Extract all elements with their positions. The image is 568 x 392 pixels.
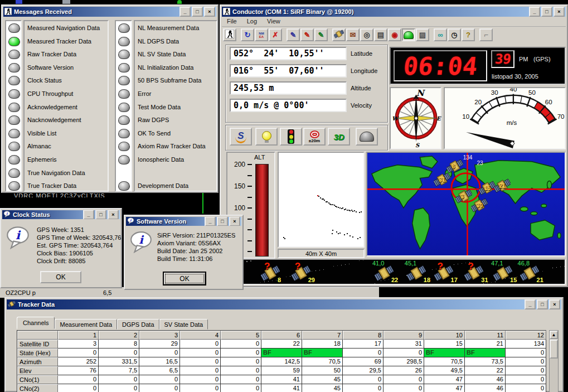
maximize-button[interactable]: □ bbox=[541, 7, 552, 17]
message-lamp-icon[interactable] bbox=[118, 181, 130, 191]
message-lamp-icon[interactable] bbox=[8, 63, 20, 72]
message-lamp-icon[interactable] bbox=[118, 63, 130, 72]
edit-settings-icon[interactable]: ✎ bbox=[287, 28, 300, 41]
menu-item-log[interactable]: Log bbox=[242, 17, 262, 26]
maximize-button[interactable]: □ bbox=[537, 299, 548, 309]
traffic-light-icon[interactable] bbox=[280, 128, 302, 146]
message-lamp-icon[interactable] bbox=[8, 181, 20, 191]
dome-icon[interactable] bbox=[356, 128, 378, 146]
message-lamp-icon[interactable] bbox=[118, 50, 130, 59]
minimize-button[interactable]: _ bbox=[525, 299, 536, 309]
ok-button[interactable]: OK bbox=[163, 272, 206, 285]
bulb-icon[interactable] bbox=[255, 128, 278, 146]
close-button[interactable]: × bbox=[554, 7, 565, 17]
software-version-titlebar[interactable]: i Software Version _□× bbox=[126, 217, 241, 226]
accuracy-icon[interactable]: ±20m bbox=[303, 128, 326, 146]
message-lamp-icon[interactable] bbox=[118, 37, 130, 46]
scatter-point bbox=[338, 207, 339, 208]
message-lamp-icon[interactable] bbox=[8, 155, 20, 164]
tab-measurement-data[interactable]: Measurement Data bbox=[55, 319, 117, 330]
message-lamp-icon[interactable] bbox=[8, 89, 20, 99]
close-button[interactable]: × bbox=[108, 210, 119, 219]
conductor-icon[interactable] bbox=[223, 28, 236, 41]
search-icon[interactable]: ◎ bbox=[360, 28, 373, 41]
latitude-field[interactable]: 052° 24' 10,55'' bbox=[230, 47, 347, 60]
minimize-button[interactable]: _ bbox=[529, 7, 540, 17]
message-item-label: NL Initialization Data bbox=[138, 64, 193, 71]
satellite-icon[interactable] bbox=[332, 28, 346, 41]
message-lamp-icon[interactable] bbox=[8, 142, 20, 151]
minimize-button[interactable]: _ bbox=[205, 217, 216, 226]
edit-log-icon[interactable]: ✎ bbox=[300, 28, 314, 41]
maximize-button[interactable]: □ bbox=[192, 7, 203, 17]
scatter-point bbox=[332, 230, 333, 231]
print-icon[interactable]: ▤ bbox=[374, 28, 387, 41]
scroll-up-button[interactable]: ▲ bbox=[550, 331, 558, 339]
dome-icon[interactable] bbox=[402, 28, 415, 41]
message-lamp-icon[interactable] bbox=[8, 129, 20, 138]
message-lamp-icon[interactable] bbox=[8, 76, 20, 85]
maximize-button[interactable]: □ bbox=[217, 217, 228, 226]
message-lamp-icon[interactable] bbox=[8, 103, 20, 112]
menu-item-view[interactable]: View bbox=[262, 17, 285, 26]
message-lamp-icon[interactable] bbox=[118, 142, 130, 151]
message-lamp-icon[interactable] bbox=[118, 23, 130, 33]
minimize-button[interactable]: _ bbox=[179, 7, 191, 17]
table-row: CNo(1)0000041450047460 bbox=[17, 375, 546, 384]
alt-bar bbox=[255, 164, 269, 257]
hotlist-icon[interactable]: ▨ bbox=[416, 28, 429, 41]
close-button[interactable]: × bbox=[204, 7, 215, 17]
target-icon[interactable]: ◉ bbox=[388, 28, 401, 41]
wrench-icon[interactable]: ⌐ bbox=[479, 28, 493, 41]
clock-date: listopad 30, 2005 bbox=[492, 73, 538, 80]
sirf-logo-icon[interactable]: S bbox=[230, 128, 252, 146]
message-lamp-icon[interactable] bbox=[8, 37, 20, 46]
message-lamp-icon[interactable] bbox=[118, 155, 130, 164]
message-lamp-icon[interactable] bbox=[118, 115, 130, 125]
message-lamp-icon[interactable] bbox=[8, 50, 20, 59]
clock-icon[interactable]: ◷ bbox=[448, 28, 461, 41]
star bbox=[315, 270, 316, 271]
messages-received-window: Messages Received _□× Measured Navigatio… bbox=[1, 4, 219, 193]
message-lamp-icon[interactable] bbox=[8, 23, 20, 33]
conductor-titlebar[interactable]: Conductor (COM 1: SiRF Binary @ 19200) _… bbox=[222, 7, 566, 17]
column-header: 11 bbox=[465, 331, 506, 340]
edit-schedule-icon[interactable]: ✎ bbox=[314, 28, 328, 41]
longitude-field[interactable]: 016° 55' 07,60'' bbox=[230, 64, 347, 78]
delete-icon[interactable]: ✗ bbox=[269, 28, 282, 41]
clock-status-titlebar[interactable]: i Clock Status _□× bbox=[2, 210, 120, 219]
scatter-point bbox=[349, 235, 351, 236]
mail-icon[interactable]: ✉ bbox=[346, 28, 360, 41]
close-button[interactable]: × bbox=[229, 217, 240, 226]
sync-icon[interactable]: ↻ bbox=[241, 28, 254, 41]
table-cell: 29,5 bbox=[343, 366, 383, 375]
message-lamp-icon[interactable] bbox=[118, 89, 130, 99]
message-lamp-icon[interactable] bbox=[118, 76, 130, 85]
maximize-button[interactable]: □ bbox=[95, 210, 106, 219]
menu-item-file[interactable]: File bbox=[222, 17, 242, 26]
nmea-icon[interactable]: NMEA bbox=[255, 28, 268, 41]
message-lamp-icon[interactable] bbox=[118, 129, 130, 138]
star bbox=[462, 263, 462, 264]
message-lamp-icon[interactable] bbox=[8, 115, 20, 125]
binoculars-icon[interactable]: ∞ bbox=[434, 28, 447, 41]
hint-icon[interactable]: ? bbox=[462, 28, 475, 41]
altitude-field[interactable]: 245,53 m bbox=[230, 81, 347, 95]
ok-button[interactable]: OK bbox=[40, 271, 81, 283]
scroll-thumb[interactable] bbox=[550, 340, 558, 359]
velocity-field[interactable]: 0,0 m/s @ 0°00' bbox=[230, 99, 347, 112]
messages-titlebar[interactable]: Messages Received _□× bbox=[3, 7, 216, 17]
tab-sv-state-data[interactable]: SV State Data bbox=[159, 319, 208, 330]
view-3d-icon[interactable]: 3D bbox=[328, 128, 350, 146]
table-scrollbar[interactable]: ▲ bbox=[549, 330, 559, 392]
tracker-titlebar[interactable]: Tracker Data _□× bbox=[7, 299, 561, 309]
message-lamp-icon[interactable] bbox=[118, 103, 130, 112]
message-lamp-icon[interactable] bbox=[8, 168, 20, 178]
svg-text:60: 60 bbox=[545, 99, 552, 105]
scatter-point bbox=[352, 236, 353, 238]
minimize-button[interactable]: _ bbox=[83, 210, 94, 219]
tab-dgps-data[interactable]: DGPS Data bbox=[117, 319, 159, 330]
tab-channels[interactable]: Channels bbox=[17, 317, 55, 329]
dialog-text-line: Axiom Variant: 05S6AX bbox=[157, 239, 235, 247]
close-button[interactable]: × bbox=[549, 299, 560, 309]
